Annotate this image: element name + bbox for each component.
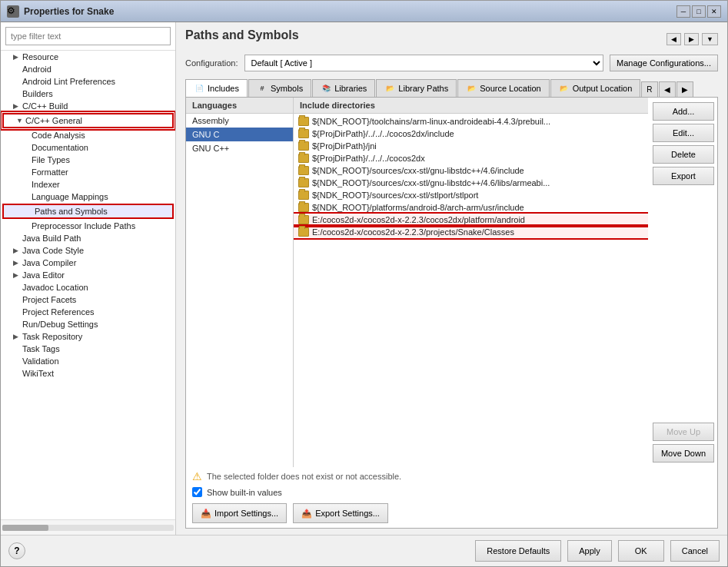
nav-back-button[interactable]: ◀ bbox=[667, 33, 681, 45]
sidebar-item-indexer[interactable]: Indexer bbox=[1, 178, 175, 191]
manage-configurations-button[interactable]: Manage Configurations... bbox=[610, 55, 718, 71]
tab-content-box: Languages Assembly GNU C GNU C++ Include… bbox=[185, 98, 718, 529]
lang-assembly[interactable]: Assembly bbox=[186, 114, 293, 128]
dir-item[interactable]: ${NDK_ROOT}/sources/cxx-stl/gnu-libstdc+… bbox=[294, 177, 648, 189]
sidebar-item-label: Java Compiler bbox=[22, 258, 76, 267]
dir-item[interactable]: ${ProjDirPath}/../../../cocos2dx bbox=[294, 152, 648, 164]
filter-box bbox=[1, 22, 175, 51]
sidebar-item-java-compiler[interactable]: ▶ Java Compiler bbox=[1, 257, 175, 269]
sidebar-item-file-types[interactable]: File Types bbox=[1, 154, 175, 166]
scroll-track bbox=[2, 525, 174, 531]
languages-panel: Languages Assembly GNU C GNU C++ bbox=[186, 98, 294, 467]
scroll-thumb[interactable] bbox=[2, 525, 48, 531]
expand-arrow: ▶ bbox=[13, 53, 21, 61]
help-button[interactable]: ? bbox=[8, 542, 25, 559]
dir-item[interactable]: ${NDK_ROOT}/sources/cxx-stl/stlport/stlp… bbox=[294, 189, 648, 201]
dir-path: ${NDK_ROOT}/sources/cxx-stl/stlport/stlp… bbox=[312, 191, 478, 200]
ok-button[interactable]: OK bbox=[618, 540, 664, 562]
lang-gnu-c[interactable]: GNU C bbox=[186, 128, 293, 141]
folder-icon bbox=[298, 141, 309, 151]
sidebar-item-android[interactable]: Android bbox=[1, 63, 175, 75]
directories-panel: Include directories ${NDK_ROOT}/toolchai… bbox=[294, 98, 648, 467]
move-down-button[interactable]: Move Down bbox=[653, 444, 714, 463]
tab-nav-more[interactable]: ◀ bbox=[659, 81, 676, 97]
sidebar-item-java-code[interactable]: ▶ Java Code Style bbox=[1, 244, 175, 257]
tab-symbols[interactable]: # Symbols bbox=[248, 79, 311, 97]
sidebar: ▶ Resource Android Android Lint Preferen… bbox=[1, 22, 176, 535]
apply-button[interactable]: Apply bbox=[567, 540, 612, 562]
sidebar-item-android-lint[interactable]: Android Lint Preferences bbox=[1, 75, 175, 88]
tab-source-location[interactable]: 📂 Source Location bbox=[457, 79, 550, 97]
sidebar-item-validation[interactable]: Validation bbox=[1, 355, 175, 367]
folder-icon bbox=[298, 117, 309, 126]
maximize-button[interactable]: □ bbox=[692, 5, 706, 18]
dir-item[interactable]: ${NDK_ROOT}/toolchains/arm-linux-android… bbox=[294, 115, 648, 128]
dir-item-highlighted-2[interactable]: E:/cocos2d-x/cocos2d-x-2.2.3/projects/Sn… bbox=[294, 226, 648, 238]
sidebar-item-cpp-build[interactable]: ▶ C/C++ Build bbox=[1, 100, 175, 112]
sidebar-item-documentation[interactable]: Documentation bbox=[1, 141, 175, 154]
sidebar-item-label: Java Editor bbox=[22, 270, 65, 280]
close-button[interactable]: ✕ bbox=[707, 5, 721, 18]
show-builtin-checkbox[interactable] bbox=[192, 487, 202, 497]
folder-icon bbox=[298, 166, 309, 175]
sidebar-item-formatter[interactable]: Formatter bbox=[1, 166, 175, 178]
dir-item[interactable]: ${ProjDirPath}/../../../cocos2dx/include bbox=[294, 128, 648, 140]
sidebar-item-java-editor[interactable]: ▶ Java Editor bbox=[1, 269, 175, 281]
sidebar-item-language-mappings[interactable]: Language Mappings bbox=[1, 191, 175, 203]
sidebar-item-run-debug[interactable]: Run/Debug Settings bbox=[1, 318, 175, 330]
window-controls: ─ □ ✕ bbox=[676, 5, 721, 18]
folder-icon bbox=[298, 227, 309, 237]
dir-item-highlighted-1[interactable]: E:/cocos2d-x/cocos2d-x-2.2.3/cocos2dx/pl… bbox=[294, 214, 648, 226]
dir-item[interactable]: ${NDK_ROOT}/platforms/android-8/arch-arm… bbox=[294, 201, 648, 214]
sidebar-item-label: Android bbox=[22, 65, 52, 74]
tab-library-paths[interactable]: 📂 Library Paths bbox=[376, 79, 457, 97]
sidebar-item-task-repo[interactable]: ▶ Task Repository bbox=[1, 330, 175, 343]
sidebar-item-paths-symbols[interactable]: Paths and Symbols bbox=[2, 204, 174, 219]
sidebar-item-label: Language Mappings bbox=[32, 192, 108, 201]
sidebar-item-builders[interactable]: Builders bbox=[1, 88, 175, 100]
restore-defaults-button[interactable]: Restore Defaults bbox=[475, 540, 561, 562]
dir-path: ${ProjDirPath}/../../../cocos2dx bbox=[312, 154, 425, 163]
sidebar-item-resource[interactable]: ▶ Resource bbox=[1, 51, 175, 63]
configuration-select[interactable]: Default [ Active ] bbox=[244, 55, 604, 71]
libraries-icon: 📚 bbox=[321, 83, 331, 94]
filter-input[interactable] bbox=[5, 27, 171, 45]
export-settings-button[interactable]: 📤 Export Settings... bbox=[293, 503, 388, 523]
export-button[interactable]: Export bbox=[653, 167, 714, 185]
import-settings-button[interactable]: 📥 Import Settings... bbox=[192, 503, 287, 523]
lang-gnu-cpp[interactable]: GNU C++ bbox=[186, 141, 293, 155]
import-export-row: 📥 Import Settings... 📤 Export Settings..… bbox=[186, 500, 717, 528]
sidebar-item-javadoc[interactable]: Javadoc Location bbox=[1, 281, 175, 293]
cancel-button[interactable]: Cancel bbox=[670, 540, 720, 562]
sidebar-item-wikitext[interactable]: WikiText bbox=[1, 367, 175, 380]
sidebar-item-project-facets[interactable]: Project Facets bbox=[1, 293, 175, 306]
sidebar-item-cpp-general[interactable]: ▼ C/C++ General bbox=[2, 113, 174, 128]
dir-item[interactable]: ${NDK_ROOT}/sources/cxx-stl/gnu-libstdc+… bbox=[294, 164, 648, 177]
export-icon: 📤 bbox=[301, 509, 312, 519]
sidebar-item-label: Project Facets bbox=[22, 295, 76, 304]
add-button[interactable]: Add... bbox=[653, 102, 714, 121]
dir-item[interactable]: ${ProjDirPath}/jni bbox=[294, 140, 648, 152]
tab-libraries[interactable]: 📚 Libraries bbox=[312, 79, 375, 97]
move-up-button[interactable]: Move Up bbox=[653, 423, 714, 441]
edit-button[interactable]: Edit... bbox=[653, 124, 714, 142]
sidebar-item-label: Preprocessor Include Paths bbox=[32, 221, 135, 230]
dir-path: ${ProjDirPath}/../../../cocos2dx/include bbox=[312, 129, 454, 138]
sidebar-scrollbar[interactable] bbox=[1, 519, 175, 535]
sidebar-item-task-tags[interactable]: Task Tags bbox=[1, 343, 175, 355]
minimize-button[interactable]: ─ bbox=[676, 5, 690, 18]
delete-button[interactable]: Delete bbox=[653, 145, 714, 164]
warning-text: The selected folder does not exist or no… bbox=[207, 472, 401, 481]
sidebar-item-project-refs[interactable]: Project References bbox=[1, 306, 175, 318]
includes-icon: 📄 bbox=[194, 83, 204, 94]
sidebar-item-preprocessor[interactable]: Preprocessor Include Paths bbox=[1, 220, 175, 232]
tab-output-location[interactable]: 📂 Output Location bbox=[550, 79, 641, 97]
nav-dropdown-button[interactable]: ▼ bbox=[702, 33, 718, 45]
tab-nav-more2[interactable]: ▶ bbox=[676, 81, 693, 97]
tab-includes[interactable]: 📄 Includes bbox=[185, 79, 248, 98]
title-bar-text: Properties for Snake bbox=[24, 6, 676, 17]
sidebar-item-java-build[interactable]: Java Build Path bbox=[1, 232, 175, 244]
tab-more-button[interactable]: R bbox=[641, 81, 657, 97]
sidebar-item-code-analysis[interactable]: Code Analysis bbox=[1, 129, 175, 141]
nav-forward-button[interactable]: ▶ bbox=[684, 33, 699, 45]
